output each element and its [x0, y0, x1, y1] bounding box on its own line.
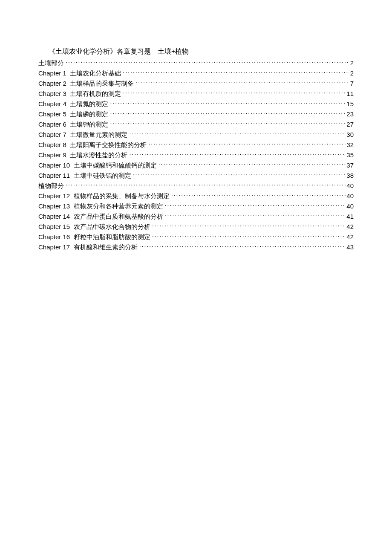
- toc-page-number: 30: [346, 130, 354, 140]
- toc-chapter-label: Chapter 11: [38, 171, 70, 181]
- toc-page-number: 7: [349, 78, 354, 89]
- toc-chapter-label: Chapter 13: [38, 201, 70, 211]
- toc-entry[interactable]: Chapter 12 植物样品的采集、制备与水分测定 40: [38, 191, 354, 201]
- toc-leader-dots: [171, 192, 346, 198]
- toc-entry-title: 土壤阳离子交换性能的分析: [70, 140, 147, 150]
- toc-page-number: 2: [349, 58, 354, 68]
- toc-leader-dots: [123, 90, 346, 96]
- toc-entry[interactable]: Chapter 7 土壤微量元素的测定 30: [38, 130, 354, 140]
- toc-page-number: 42: [346, 222, 354, 232]
- toc-leader-dots: [133, 171, 346, 178]
- toc-leader-dots: [165, 212, 346, 219]
- toc-entry[interactable]: Chapter 1 土壤农化分析基础 2: [38, 68, 354, 78]
- toc-chapter-label: Chapter 15: [38, 222, 70, 232]
- toc-page-number: 15: [346, 99, 354, 109]
- toc-entry-title: 籽粒中油脂和脂肪酸的测定: [74, 232, 150, 242]
- toc-entry-title: 土壤氮的测定: [70, 99, 108, 109]
- toc-chapter-label: Chapter 6: [38, 119, 66, 130]
- toc-entry[interactable]: 植物部分 40: [38, 181, 354, 191]
- toc-page-number: 37: [346, 160, 354, 171]
- toc-entry-title: 土壤有机质的测定: [70, 89, 121, 99]
- toc-chapter-label: Chapter 7: [38, 130, 66, 140]
- toc-leader-dots: [66, 59, 349, 65]
- toc-leader-dots: [110, 110, 346, 116]
- toc-entry[interactable]: Chapter 17 有机酸和维生素的分析 43: [38, 242, 354, 252]
- toc-entry[interactable]: Chapter 8 土壤阳离子交换性能的分析 32: [38, 140, 354, 150]
- toc-page-number: 2: [349, 68, 354, 78]
- toc-entry[interactable]: Chapter 10 土壤中碳酸钙和硫酸钙的测定 37: [38, 160, 354, 171]
- toc-entry[interactable]: Chapter 4 土壤氮的测定 15: [38, 99, 354, 109]
- toc-chapter-label: Chapter 4: [38, 99, 66, 109]
- toc-leader-dots: [110, 100, 346, 106]
- toc-entry-title: 植物部分: [38, 181, 64, 191]
- toc-entry-title: 土壤微量元素的测定: [70, 130, 127, 140]
- toc-entry[interactable]: Chapter 16 籽粒中油脂和脂肪酸的测定 42: [38, 232, 354, 242]
- toc-chapter-label: Chapter 8: [38, 140, 66, 150]
- toc-entry-title: 有机酸和维生素的分析: [74, 242, 138, 252]
- toc-entry-title: 土壤样品的采集与制备: [70, 78, 134, 89]
- toc-entry-title: 土壤水溶性盐的分析: [70, 150, 127, 160]
- toc-entry-title: 农产品中碳水化合物的分析: [74, 222, 150, 232]
- toc-page-number: 40: [346, 181, 354, 191]
- toc-page-number: 42: [346, 232, 354, 242]
- toc-page-number: 35: [346, 150, 354, 160]
- document-title: 《土壤农业化学分析》各章复习题 土壤+植物: [49, 47, 354, 56]
- toc-entry-title: 土壤农化分析基础: [70, 68, 121, 78]
- toc-page-number: 11: [346, 89, 354, 99]
- toc-entry-title: 土壤磷的测定: [70, 109, 108, 119]
- toc-page-number: 32: [346, 140, 354, 150]
- toc-chapter-label: Chapter 17: [38, 242, 70, 252]
- toc-chapter-label: Chapter 16: [38, 232, 70, 242]
- toc-leader-dots: [148, 141, 346, 147]
- toc-chapter-label: Chapter 2: [38, 78, 66, 89]
- toc-page-number: 27: [346, 119, 354, 130]
- toc-leader-dots: [129, 130, 346, 137]
- toc-page-number: 23: [346, 109, 354, 119]
- toc-entry-title: 农产品中蛋白质和氨基酸的分析: [74, 211, 163, 222]
- toc-leader-dots: [152, 223, 346, 229]
- toc-leader-dots: [135, 79, 349, 86]
- toc-chapter-label: Chapter 3: [38, 89, 66, 99]
- toc-chapter-label: Chapter 1: [38, 68, 66, 78]
- toc-leader-dots: [110, 120, 346, 127]
- toc-chapter-label: Chapter 9: [38, 150, 66, 160]
- toc-page-number: 40: [346, 201, 354, 211]
- toc-entry-title: 植物灰分和各种营养元素的测定: [74, 201, 163, 211]
- toc-entry-title: 植物样品的采集、制备与水分测定: [74, 191, 170, 201]
- toc-chapter-label: Chapter 14: [38, 211, 70, 222]
- toc-entry[interactable]: Chapter 11 土壤中硅铁铝的测定 38: [38, 171, 354, 181]
- toc-entry[interactable]: Chapter 5 土壤磷的测定 23: [38, 109, 354, 119]
- toc-entry[interactable]: Chapter 15 农产品中碳水化合物的分析 42: [38, 222, 354, 232]
- toc-page-number: 43: [346, 242, 354, 252]
- toc-entry-title: 土壤中硅铁铝的测定: [74, 171, 131, 181]
- toc-chapter-label: Chapter 5: [38, 109, 66, 119]
- toc-chapter-label: Chapter 10: [38, 160, 70, 171]
- toc-entry-title: 土壤中碳酸钙和硫酸钙的测定: [74, 160, 157, 171]
- toc-chapter-label: Chapter 12: [38, 191, 70, 201]
- toc-entry[interactable]: Chapter 14 农产品中蛋白质和氨基酸的分析 41: [38, 211, 354, 222]
- toc-leader-dots: [165, 202, 346, 208]
- toc-page-number: 40: [346, 191, 354, 201]
- toc-leader-dots: [129, 151, 346, 157]
- toc-leader-dots: [139, 243, 346, 249]
- toc-page-number: 41: [346, 211, 354, 222]
- toc-entry-title: 土壤钾的测定: [70, 119, 108, 130]
- top-rule: [38, 30, 354, 30]
- toc-leader-dots: [66, 182, 346, 188]
- toc-entry[interactable]: Chapter 2 土壤样品的采集与制备 7: [38, 78, 354, 89]
- toc-leader-dots: [152, 233, 346, 239]
- document-page: 《土壤农业化学分析》各章复习题 土壤+植物 土壤部分 2Chapter 1 土壤…: [0, 0, 392, 555]
- table-of-contents: 土壤部分 2Chapter 1 土壤农化分析基础 2Chapter 2 土壤样品…: [38, 58, 354, 252]
- toc-entry[interactable]: 土壤部分 2: [38, 58, 354, 68]
- toc-leader-dots: [123, 69, 349, 75]
- toc-entry[interactable]: Chapter 13 植物灰分和各种营养元素的测定 40: [38, 201, 354, 211]
- toc-leader-dots: [159, 161, 346, 168]
- toc-page-number: 38: [346, 171, 354, 181]
- toc-entry[interactable]: Chapter 9 土壤水溶性盐的分析 35: [38, 150, 354, 160]
- toc-entry[interactable]: Chapter 6 土壤钾的测定 27: [38, 119, 354, 130]
- toc-entry-title: 土壤部分: [38, 58, 64, 68]
- toc-entry[interactable]: Chapter 3 土壤有机质的测定 11: [38, 89, 354, 99]
